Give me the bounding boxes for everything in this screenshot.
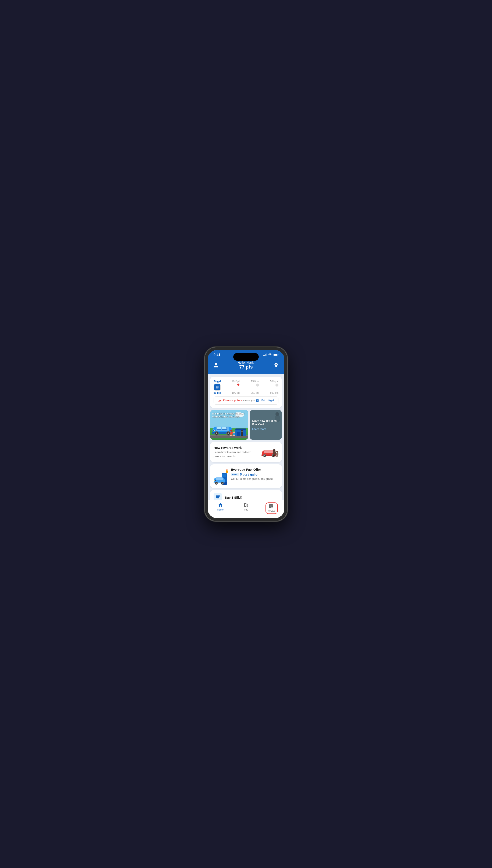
- secondary-banner[interactable]: Learn how 55¢ or 45 Fuel Cred Learn more: [250, 410, 282, 440]
- how-rewards-text: How rewards work Learn how to earn and r…: [214, 446, 259, 458]
- fuel-offer-content: Everyday Fuel Offer Earn 5 pts / gallon …: [231, 468, 278, 481]
- nav-wallet[interactable]: Wallet: [259, 502, 284, 514]
- dot-2: [237, 383, 240, 386]
- dynamic-island: [233, 353, 259, 361]
- dot-4: [275, 383, 278, 387]
- main-banner[interactable]: IT'S PRETTY HARD TO BEAT UNBEATABLE MILE…: [210, 410, 248, 440]
- fuel-offer-card[interactable]: Everyday Fuel Offer Earn 5 pts / gallon …: [210, 464, 282, 488]
- how-rewards-card[interactable]: How rewards work Learn how to earn and r…: [210, 442, 282, 462]
- nav-wallet-label: Wallet: [268, 510, 275, 513]
- dot-3: [256, 383, 259, 387]
- tier-5c: 5¢/gal: [214, 380, 221, 383]
- nav-home[interactable]: Home: [208, 502, 233, 514]
- signal-icon: [263, 354, 267, 356]
- fuel-pts: 5 pts / gallon: [240, 473, 260, 476]
- wallet-icon: [268, 504, 274, 509]
- nav-pay[interactable]: Pay: [233, 502, 259, 514]
- points-tracker-card: 5¢/gal 10¢/gal 25¢/gal 50¢/gal: [210, 377, 282, 408]
- nav-home-label: Home: [217, 509, 224, 511]
- promo-discount: 10¢ off/gal: [261, 399, 274, 402]
- status-time: 9:41: [214, 353, 220, 357]
- how-rewards-title: How rewards work: [214, 446, 259, 449]
- earn-badge: Earn: [231, 473, 239, 476]
- promo-earns: earns you: [243, 399, 256, 402]
- pts-250: 250 pts: [251, 391, 259, 394]
- scroll-area: 5¢/gal 10¢/gal 25¢/gal 50¢/gal: [208, 374, 284, 518]
- status-icons: [263, 353, 278, 357]
- pts-50: 50 pts: [214, 391, 221, 394]
- tier-10c: 10¢/gal: [231, 380, 240, 383]
- tier-50c: 50¢/gal: [270, 380, 278, 383]
- main-banner-title: IT'S PRETTY HARD TO BEAT UNBEATABLE MILE…: [212, 412, 248, 418]
- fuel-desc: Get 5 Points per gallon, any grade: [231, 477, 278, 481]
- points-labels: 50 pts 100 pts 250 pts 500 pts: [214, 391, 278, 394]
- fuel-offer-title: Everyday Fuel Offer: [231, 468, 278, 471]
- header-points: 77 pts: [238, 364, 254, 370]
- pts-500: 500 pts: [270, 391, 278, 394]
- location-button[interactable]: [272, 361, 280, 369]
- bottom-nav: Home Pay Wallet: [208, 500, 284, 518]
- promo-bar: 23 more points earns you 10¢ off/gal: [214, 396, 278, 405]
- how-rewards-desc: Learn how to earn and redeem points for …: [214, 450, 259, 458]
- banner-animation: IT'S PRETTY HARD TO BEAT UNBEATABLE MILE…: [210, 410, 248, 440]
- progress-bar: [214, 384, 278, 390]
- partial-card-title: Buy 1 Silk®: [225, 496, 242, 499]
- banner-row: IT'S PRETTY HARD TO BEAT UNBEATABLE MILE…: [210, 410, 282, 440]
- home-icon: [218, 502, 223, 507]
- header-greeting: Hello, Mark!: [238, 361, 254, 364]
- dot-active: [214, 383, 221, 391]
- secondary-banner-text: Learn how 55¢ or 45 Fuel Cred: [252, 419, 279, 426]
- profile-button[interactable]: [212, 361, 220, 369]
- how-rewards-image: [262, 445, 278, 459]
- learn-more-link[interactable]: Learn more: [252, 428, 279, 430]
- tier-25c: 25¢/gal: [251, 380, 259, 383]
- pay-icon: [243, 502, 249, 507]
- promo-points: 23 more points: [222, 399, 242, 402]
- header-center: Hello, Mark! 77 pts: [238, 361, 254, 370]
- wifi-icon: [268, 353, 272, 357]
- pts-100: 100 pts: [232, 391, 240, 394]
- points-tiers: 5¢/gal 10¢/gal 25¢/gal 50¢/gal: [214, 380, 278, 383]
- fuel-offer-image: [214, 468, 228, 485]
- battery-icon: [273, 354, 278, 356]
- progress-dots: [214, 383, 278, 391]
- nav-pay-label: Pay: [244, 509, 248, 511]
- wallet-highlight-border: Wallet: [266, 502, 278, 514]
